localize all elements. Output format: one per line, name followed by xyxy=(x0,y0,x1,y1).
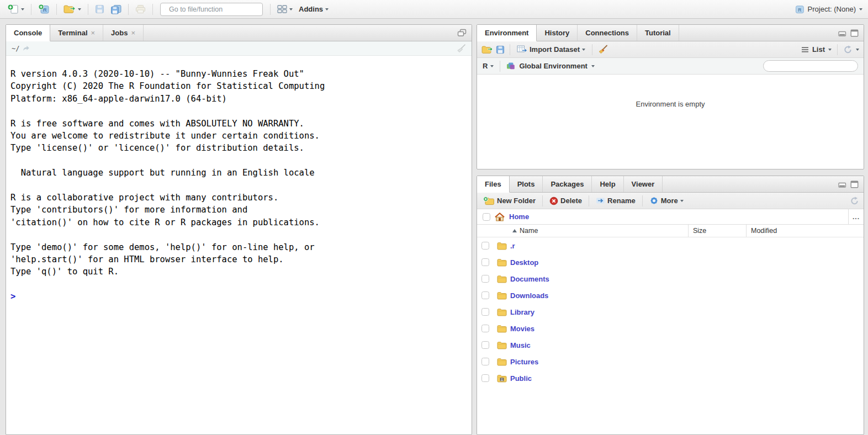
close-icon[interactable]: × xyxy=(131,29,135,36)
file-row[interactable]: Downloads xyxy=(477,287,864,304)
file-row[interactable]: Music xyxy=(477,337,864,353)
tab-console[interactable]: Console xyxy=(6,25,50,41)
file-checkbox[interactable] xyxy=(481,341,489,349)
tab-packages[interactable]: Packages xyxy=(543,176,592,192)
console-prompt[interactable]: > xyxy=(10,290,466,303)
environment-search-box[interactable] xyxy=(763,60,858,72)
environment-scope-bar: R Global Environment xyxy=(477,58,864,75)
new-folder-button[interactable]: New Folder xyxy=(481,195,537,206)
goto-file-function-input[interactable] xyxy=(169,6,258,13)
file-checkbox[interactable] xyxy=(481,275,489,283)
file-name-link[interactable]: .r xyxy=(510,242,688,250)
more-button[interactable]: More xyxy=(648,195,685,206)
column-header-name[interactable]: Name xyxy=(510,225,688,237)
new-folder-label: New Folder xyxy=(497,197,536,205)
tab-help[interactable]: Help xyxy=(592,176,623,192)
caret-down-icon[interactable] xyxy=(828,49,832,51)
project-label: Project: (None) xyxy=(808,5,856,13)
file-checkbox[interactable] xyxy=(481,242,489,250)
file-checkbox[interactable] xyxy=(481,374,489,382)
import-dataset-button[interactable]: Import Dataset xyxy=(515,44,587,55)
console-output-line: Type 'contributors()' for more informati… xyxy=(10,204,466,216)
tab-connections[interactable]: Connections xyxy=(578,25,637,41)
delete-button[interactable]: Delete xyxy=(548,195,584,206)
restore-panes-icon[interactable] xyxy=(457,29,467,37)
folder-icon xyxy=(497,358,507,366)
breadcrumb-home-link[interactable]: Home xyxy=(509,213,529,221)
goto-file-function-box[interactable] xyxy=(160,3,263,16)
new-file-button[interactable] xyxy=(6,3,26,15)
file-name-link[interactable]: Desktop xyxy=(510,258,688,267)
tab-viewer[interactable]: Viewer xyxy=(624,176,663,192)
file-row[interactable]: Library xyxy=(477,304,864,320)
file-name-link[interactable]: Downloads xyxy=(510,291,688,300)
console-output-line: Type 'license()' or 'licence()' for dist… xyxy=(10,142,466,154)
file-row[interactable]: Pictures xyxy=(477,353,864,370)
file-name-link[interactable]: Public xyxy=(510,374,688,383)
file-checkbox[interactable] xyxy=(481,291,489,299)
save-button[interactable] xyxy=(93,3,106,15)
tab-tutorial[interactable]: Tutorial xyxy=(637,25,679,41)
folder-icon xyxy=(497,242,507,250)
column-header-modified[interactable]: Modified xyxy=(746,225,864,237)
column-header-size[interactable]: Size xyxy=(688,225,746,237)
file-row[interactable]: Desktop xyxy=(477,254,864,270)
console-output-line: Copyright (C) 2020 The R Foundation for … xyxy=(10,80,466,92)
environment-search-input[interactable] xyxy=(771,62,856,70)
print-button[interactable] xyxy=(134,3,147,15)
tab-plots[interactable]: Plots xyxy=(510,176,543,192)
maximize-icon[interactable] xyxy=(850,181,859,188)
close-icon[interactable]: × xyxy=(91,29,96,36)
console-output-line: Type 'demo()' for some demos, 'help()' f… xyxy=(10,241,466,253)
caret-down-icon xyxy=(490,65,494,67)
tab-history[interactable]: History xyxy=(537,25,578,41)
file-row[interactable]: Movies xyxy=(477,320,864,337)
file-checkbox[interactable] xyxy=(481,358,489,365)
rename-button[interactable]: Rename xyxy=(594,195,637,206)
folder-icon xyxy=(497,308,507,316)
tab-environment[interactable]: Environment xyxy=(477,25,537,41)
minimize-icon[interactable] xyxy=(838,181,846,188)
scope-selector[interactable]: Global Environment xyxy=(506,62,595,70)
clear-console-broom-icon[interactable] xyxy=(456,44,466,54)
project-selector-button[interactable]: R Project: (None) xyxy=(795,5,862,14)
breadcrumb-more-button[interactable]: ... xyxy=(848,209,864,224)
file-name-link[interactable]: Pictures xyxy=(510,358,688,366)
file-checkbox[interactable] xyxy=(481,258,489,266)
maximize-icon[interactable] xyxy=(850,29,859,37)
list-view-label[interactable]: List xyxy=(812,45,825,54)
open-file-button[interactable] xyxy=(62,3,83,15)
console-body[interactable]: R version 4.0.3 (2020-10-10) -- "Bunny-W… xyxy=(6,56,472,303)
file-row[interactable]: Documents xyxy=(477,270,864,287)
minimize-icon[interactable] xyxy=(838,29,846,36)
caret-down-icon xyxy=(859,8,862,10)
file-checkbox[interactable] xyxy=(481,308,489,316)
file-name-link[interactable]: Music xyxy=(510,341,688,349)
file-row[interactable]: Public xyxy=(477,370,864,386)
save-all-button[interactable] xyxy=(109,3,123,15)
console-output-line xyxy=(10,179,466,192)
save-all-icon xyxy=(110,4,121,14)
file-row[interactable]: .r xyxy=(477,237,864,254)
tab-terminal[interactable]: Terminal× xyxy=(50,25,103,41)
save-workspace-icon[interactable] xyxy=(496,45,505,54)
caret-down-icon xyxy=(582,49,585,51)
file-checkbox[interactable] xyxy=(481,325,489,332)
language-selector[interactable]: R xyxy=(483,62,494,70)
file-name-link[interactable]: Documents xyxy=(510,275,688,283)
clear-environment-broom-icon[interactable] xyxy=(597,45,608,55)
file-name-link[interactable]: Library xyxy=(510,308,688,316)
panes-layout-button[interactable] xyxy=(276,4,294,14)
addins-button[interactable]: Addins xyxy=(297,4,330,14)
toolbar-separator xyxy=(88,4,88,15)
tab-files[interactable]: Files xyxy=(477,176,510,193)
tab-jobs[interactable]: Jobs× xyxy=(103,25,144,41)
new-project-button[interactable]: R xyxy=(36,3,51,15)
open-environment-icon[interactable] xyxy=(481,45,493,54)
goto-directory-icon[interactable] xyxy=(23,45,30,51)
caret-down-icon[interactable] xyxy=(856,49,859,51)
file-name-link[interactable]: Movies xyxy=(510,325,688,333)
refresh-icon[interactable] xyxy=(843,45,853,54)
select-all-checkbox[interactable] xyxy=(483,213,490,221)
refresh-icon[interactable] xyxy=(850,197,859,205)
